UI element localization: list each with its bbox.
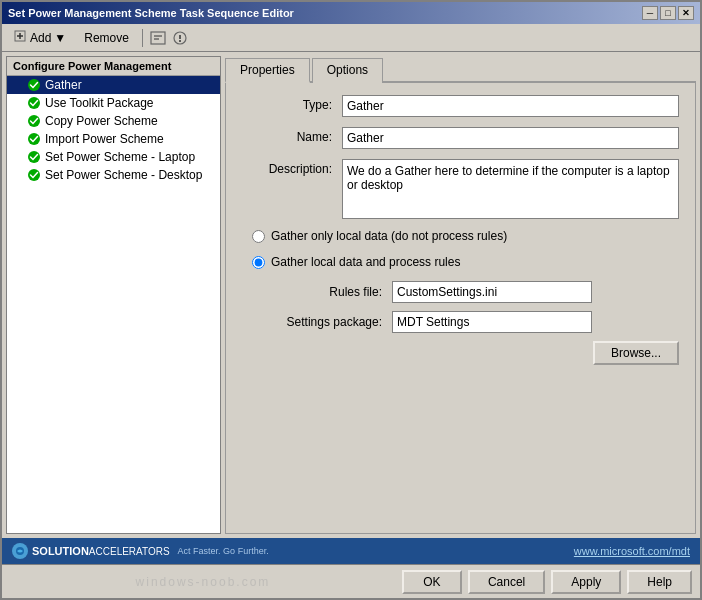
toolbar-separator bbox=[142, 29, 143, 47]
add-icon bbox=[13, 29, 27, 46]
remove-label: Remove bbox=[84, 31, 129, 45]
rules-file-input[interactable] bbox=[392, 281, 592, 303]
rules-file-row: Rules file: bbox=[272, 281, 679, 303]
type-row: Type: bbox=[242, 95, 679, 117]
watermark-text: windows-noob.com bbox=[10, 575, 396, 589]
tree-item-import-label: Import Power Scheme bbox=[45, 132, 164, 146]
tree-panel: Configure Power Management Gather Use To… bbox=[6, 56, 221, 534]
description-label: Description: bbox=[242, 159, 342, 176]
tab-content-properties: Type: Name: Description: We do a Gather … bbox=[225, 83, 696, 534]
window-controls: ─ □ ✕ bbox=[642, 6, 694, 20]
radio-process-row: Gather local data and process rules bbox=[242, 255, 679, 269]
footer: SOLUTIONACCELERATORS Act Faster. Go Furt… bbox=[2, 538, 700, 598]
check-icon-copy bbox=[27, 114, 41, 128]
tree-item-laptop-label: Set Power Scheme - Laptop bbox=[45, 150, 195, 164]
radio-process-label: Gather local data and process rules bbox=[271, 255, 460, 269]
svg-point-8 bbox=[179, 40, 181, 42]
solution-tagline: Act Faster. Go Further. bbox=[178, 546, 269, 556]
cancel-button[interactable]: Cancel bbox=[468, 570, 545, 594]
tree-item-gather-label: Gather bbox=[45, 78, 82, 92]
tree-item-copy[interactable]: Copy Power Scheme bbox=[7, 112, 220, 130]
tree-item-gather[interactable]: Gather bbox=[7, 76, 220, 94]
tabs: Properties Options bbox=[225, 56, 696, 83]
tree-header: Configure Power Management bbox=[7, 57, 220, 76]
solution-circle-icon bbox=[12, 543, 28, 559]
window-title: Set Power Management Scheme Task Sequenc… bbox=[8, 7, 294, 19]
tree-item-toolkit-label: Use Toolkit Package bbox=[45, 96, 154, 110]
browse-button[interactable]: Browse... bbox=[593, 341, 679, 365]
settings-package-row: Settings package: bbox=[272, 311, 679, 333]
type-input[interactable] bbox=[342, 95, 679, 117]
right-panel: Properties Options Type: Name: bbox=[225, 56, 696, 534]
tree-item-laptop[interactable]: Set Power Scheme - Laptop bbox=[7, 148, 220, 166]
solution-bar: SOLUTIONACCELERATORS Act Faster. Go Furt… bbox=[2, 538, 700, 564]
check-icon-toolkit bbox=[27, 96, 41, 110]
check-icon-gather bbox=[27, 78, 41, 92]
add-label: Add bbox=[30, 31, 51, 45]
solution-logo: SOLUTIONACCELERATORS Act Faster. Go Furt… bbox=[12, 543, 269, 559]
minimize-button[interactable]: ─ bbox=[642, 6, 658, 20]
toolbar: Add ▼ Remove bbox=[2, 24, 700, 52]
dialog-buttons: windows-noob.com OK Cancel Apply Help bbox=[2, 564, 700, 598]
maximize-button[interactable]: □ bbox=[660, 6, 676, 20]
add-button[interactable]: Add ▼ bbox=[6, 26, 73, 49]
tree-item-desktop[interactable]: Set Power Scheme - Desktop bbox=[7, 166, 220, 184]
type-label: Type: bbox=[242, 95, 342, 112]
radio-local-only[interactable] bbox=[252, 230, 265, 243]
check-icon-import bbox=[27, 132, 41, 146]
toolbar-icon-1[interactable] bbox=[149, 29, 167, 47]
tree-item-toolkit[interactable]: Use Toolkit Package bbox=[7, 94, 220, 112]
close-button[interactable]: ✕ bbox=[678, 6, 694, 20]
main-content: Configure Power Management Gather Use To… bbox=[2, 52, 700, 538]
help-button[interactable]: Help bbox=[627, 570, 692, 594]
name-input[interactable] bbox=[342, 127, 679, 149]
settings-package-label: Settings package: bbox=[272, 315, 392, 329]
main-window: Set Power Management Scheme Task Sequenc… bbox=[0, 0, 702, 600]
rules-file-label: Rules file: bbox=[272, 285, 392, 299]
tree-item-copy-label: Copy Power Scheme bbox=[45, 114, 158, 128]
svg-rect-3 bbox=[151, 32, 165, 44]
settings-package-input[interactable] bbox=[392, 311, 592, 333]
tree-item-import[interactable]: Import Power Scheme bbox=[7, 130, 220, 148]
radio-group: Gather only local data (do not process r… bbox=[242, 229, 679, 269]
apply-button[interactable]: Apply bbox=[551, 570, 621, 594]
solution-link[interactable]: www.microsoft.com/mdt bbox=[574, 545, 690, 557]
add-dropdown-icon: ▼ bbox=[54, 31, 66, 45]
name-label: Name: bbox=[242, 127, 342, 144]
description-textarea[interactable]: We do a Gather here to determine if the … bbox=[342, 159, 679, 219]
tab-properties[interactable]: Properties bbox=[225, 58, 310, 83]
radio-process-rules[interactable] bbox=[252, 256, 265, 269]
name-row: Name: bbox=[242, 127, 679, 149]
sub-form: Rules file: Settings package: Browse... bbox=[272, 281, 679, 365]
remove-button[interactable]: Remove bbox=[77, 28, 136, 48]
solution-text: SOLUTIONACCELERATORS bbox=[32, 545, 170, 557]
description-row: Description: We do a Gather here to dete… bbox=[242, 159, 679, 219]
radio-local-row: Gather only local data (do not process r… bbox=[242, 229, 679, 243]
tab-options[interactable]: Options bbox=[312, 58, 383, 83]
toolbar-icon-2[interactable] bbox=[171, 29, 189, 47]
title-bar: Set Power Management Scheme Task Sequenc… bbox=[2, 2, 700, 24]
tree-item-desktop-label: Set Power Scheme - Desktop bbox=[45, 168, 202, 182]
radio-local-label: Gather only local data (do not process r… bbox=[271, 229, 507, 243]
check-icon-desktop bbox=[27, 168, 41, 182]
ok-button[interactable]: OK bbox=[402, 570, 462, 594]
browse-row: Browse... bbox=[272, 341, 679, 365]
check-icon-laptop bbox=[27, 150, 41, 164]
